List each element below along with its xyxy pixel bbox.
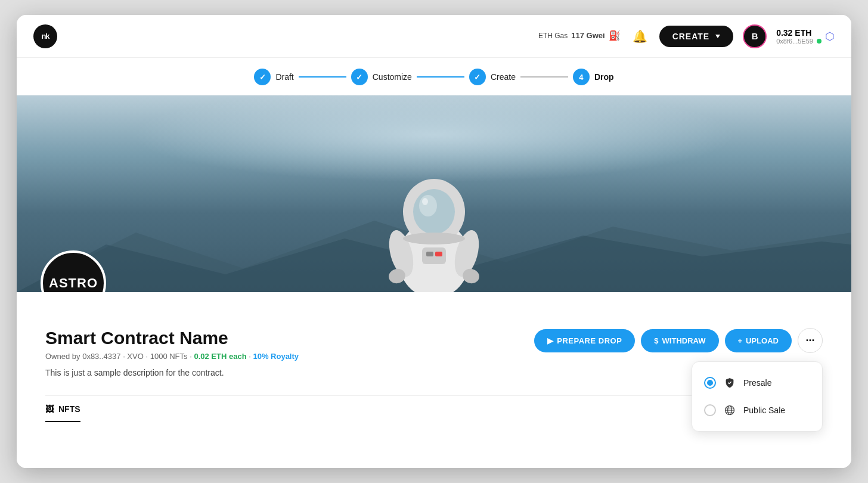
step-3-icon: ✓ xyxy=(469,69,486,85)
hero-banner: ASTRO xyxy=(17,95,851,292)
dropdown-item-presale[interactable]: Presale xyxy=(692,369,822,397)
more-options-button[interactable]: ··· xyxy=(798,328,823,353)
contract-meta: Owned by 0x83..4337 · XVO · 1000 NFTs · … xyxy=(45,352,823,361)
action-buttons-row: ▶ PREPARE DROP $ WITHDRAW + UPLOAD ··· xyxy=(534,328,823,353)
presale-label: Presale xyxy=(743,378,771,388)
step-1-icon: ✓ xyxy=(254,69,271,85)
owned-by-label: Owned by xyxy=(45,352,82,361)
shield-icon xyxy=(723,376,736,389)
globe-icon xyxy=(723,404,736,417)
svg-point-14 xyxy=(403,233,465,244)
step-3-label: Create xyxy=(491,72,516,82)
prepare-drop-label: PREPARE DROP xyxy=(557,336,622,345)
withdraw-button[interactable]: $ WITHDRAW xyxy=(641,329,718,352)
navbar-right: ETH Gas 117 Gwei ⛽ 🔔 CREATE B xyxy=(538,24,835,48)
app-logo[interactable]: nk xyxy=(33,24,57,48)
pump-icon: ⛽ xyxy=(609,29,621,42)
main-content: Smart Contract Name Owned by 0x83..4337 … xyxy=(17,292,851,468)
owner-address: 0x83..4337 xyxy=(82,352,120,361)
step-divider-1 xyxy=(299,76,346,78)
avatar-label: B xyxy=(752,31,758,41)
ellipsis-icon: ··· xyxy=(805,335,814,347)
eth-balance-info: 0.32 ETH 0x8f6...5E59 ⬡ xyxy=(776,28,835,45)
image-icon: 🖼 xyxy=(45,404,54,414)
eth-address: 0x8f6...5E59 xyxy=(776,38,822,45)
create-label: CREATE xyxy=(672,32,710,41)
svg-point-6 xyxy=(422,198,428,205)
app-window: nk ETH Gas 117 Gwei ⛽ 🔔 CREATE B xyxy=(17,15,851,468)
online-dot xyxy=(817,39,822,44)
step-2-icon: ✓ xyxy=(351,69,368,85)
nfts-tab-label: NFTS xyxy=(58,404,80,414)
upload-label: UPLOAD xyxy=(746,336,779,345)
royalty-label: 10% Royalty xyxy=(253,352,299,361)
eth-gas-info: ETH Gas 117 Gwei ⛽ xyxy=(538,29,621,42)
step-divider-3 xyxy=(520,76,568,78)
plus-icon: + xyxy=(738,336,743,345)
prepare-drop-button[interactable]: ▶ PREPARE DROP xyxy=(534,329,636,352)
step-draft: ✓ Draft xyxy=(254,69,293,85)
svg-rect-13 xyxy=(435,252,442,256)
stepper: ✓ Draft ✓ Customize ✓ Create 4 Drop xyxy=(17,58,851,95)
checkmark-icon: ✓ xyxy=(259,73,266,82)
play-icon: ▶ xyxy=(547,336,554,345)
ethereum-icon: ⬡ xyxy=(825,30,835,43)
bell-icon: 🔔 xyxy=(633,30,647,43)
checkmark-icon-3: ✓ xyxy=(474,73,480,82)
step-4-number: 4 xyxy=(579,73,583,82)
step-4-label: Drop xyxy=(594,72,614,82)
user-avatar-button[interactable]: B xyxy=(743,24,767,48)
chevron-down-icon xyxy=(715,35,720,38)
withdraw-label: WITHDRAW xyxy=(662,336,706,345)
dollar-icon: $ xyxy=(654,336,658,345)
eth-gas-value: 117 Gwei xyxy=(571,30,604,41)
price-label: 0.02 ETH each xyxy=(194,352,246,361)
svg-rect-11 xyxy=(422,247,446,264)
step-customize: ✓ Customize xyxy=(351,69,412,85)
step-1-label: Draft xyxy=(275,72,293,82)
create-button[interactable]: CREATE xyxy=(659,26,734,47)
svg-rect-12 xyxy=(426,252,433,256)
nft-count: 1000 NFTs xyxy=(150,352,188,361)
step-create: ✓ Create xyxy=(469,69,516,85)
dropdown-menu: Presale Public Sale xyxy=(692,361,823,432)
notification-bell-button[interactable]: 🔔 xyxy=(630,27,650,46)
tab-nfts[interactable]: 🖼 NFTS xyxy=(45,396,80,422)
svg-point-5 xyxy=(419,195,437,216)
presale-radio-dot xyxy=(707,380,713,386)
collection-name: ASTRO xyxy=(49,275,98,291)
presale-radio[interactable] xyxy=(704,377,716,389)
step-4-icon: 4 xyxy=(573,69,590,85)
navbar: nk ETH Gas 117 Gwei ⛽ 🔔 CREATE B xyxy=(17,15,851,58)
upload-button[interactable]: + UPLOAD xyxy=(725,329,792,352)
public-sale-radio[interactable] xyxy=(704,404,716,416)
token-label: XVO xyxy=(127,352,143,361)
eth-balance-amount: 0.32 ETH xyxy=(776,28,822,38)
eth-gas-label: ETH Gas xyxy=(538,31,568,41)
step-drop: 4 Drop xyxy=(573,69,614,85)
astronaut-illustration xyxy=(374,167,494,292)
dropdown-item-public-sale[interactable]: Public Sale xyxy=(692,397,822,424)
step-divider-2 xyxy=(417,76,464,78)
checkmark-icon-2: ✓ xyxy=(356,73,362,82)
step-2-label: Customize xyxy=(373,72,412,82)
public-sale-label: Public Sale xyxy=(743,405,785,415)
